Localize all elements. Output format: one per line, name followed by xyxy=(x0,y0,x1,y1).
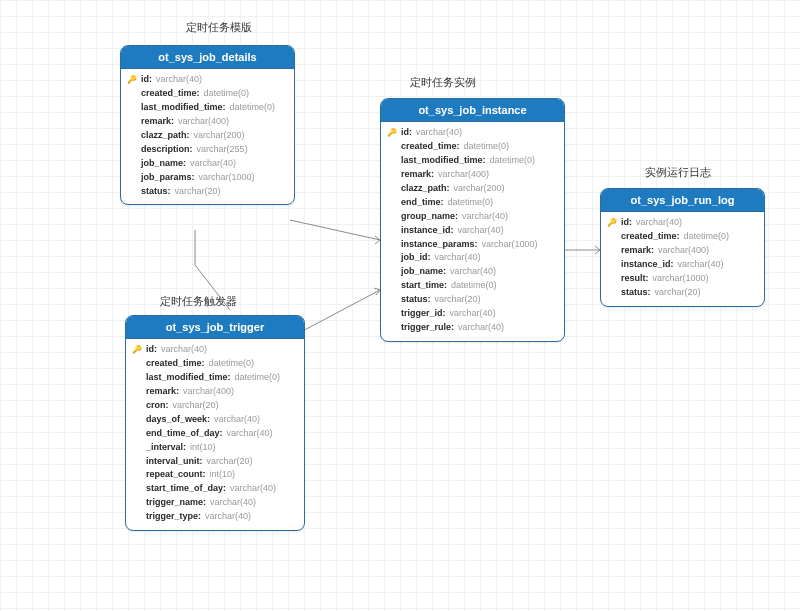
column-type: varchar(40) xyxy=(416,126,462,140)
entity-ot-sys-job-details[interactable]: ot_sys_job_details 🔑id:varchar(40)create… xyxy=(120,45,295,205)
column-type: varchar(40) xyxy=(458,321,504,335)
column-name: result: xyxy=(621,272,649,286)
column-name: id: xyxy=(146,343,157,357)
column-name: last_modified_time: xyxy=(141,101,226,115)
column-type: varchar(40) xyxy=(450,307,496,321)
column-type: varchar(40) xyxy=(458,224,504,238)
column-row: remark:varchar(400) xyxy=(387,168,558,182)
column-name: last_modified_time: xyxy=(401,154,486,168)
column-type: datetime(0) xyxy=(204,87,250,101)
column-row: instance_id:varchar(40) xyxy=(387,224,558,238)
column-type: varchar(40) xyxy=(210,496,256,510)
column-name: job_params: xyxy=(141,171,195,185)
key-icon: 🔑 xyxy=(132,344,142,356)
column-row: instance_params:varchar(1000) xyxy=(387,238,558,252)
column-name: end_time_of_day: xyxy=(146,427,223,441)
column-name: clazz_path: xyxy=(401,182,450,196)
entity-body: 🔑id:varchar(40)created_time:datetime(0)l… xyxy=(121,69,294,204)
column-row: end_time_of_day:varchar(40) xyxy=(132,427,298,441)
column-name: id: xyxy=(621,216,632,230)
column-name: job_name: xyxy=(141,157,186,171)
column-row: job_params:varchar(1000) xyxy=(127,171,288,185)
column-name: instance_id: xyxy=(621,258,674,272)
column-row: description:varchar(255) xyxy=(127,143,288,157)
column-name: remark: xyxy=(401,168,434,182)
column-name: status: xyxy=(141,185,171,199)
column-type: varchar(40) xyxy=(214,413,260,427)
column-type: varchar(200) xyxy=(194,129,245,143)
column-name: repeat_count: xyxy=(146,468,206,482)
column-type: datetime(0) xyxy=(209,357,255,371)
key-icon: 🔑 xyxy=(387,127,397,139)
entity-body: 🔑id:varchar(40)created_time:datetime(0)r… xyxy=(601,212,764,306)
column-row: remark:varchar(400) xyxy=(127,115,288,129)
column-name: remark: xyxy=(141,115,174,129)
column-row-pk: 🔑id:varchar(40) xyxy=(132,343,298,357)
column-row: status:varchar(20) xyxy=(387,293,558,307)
column-type: varchar(40) xyxy=(450,265,496,279)
column-row: trigger_rule:varchar(40) xyxy=(387,321,558,335)
column-type: datetime(0) xyxy=(451,279,497,293)
column-name: trigger_id: xyxy=(401,307,446,321)
entity-body: 🔑id:varchar(40)created_time:datetime(0)l… xyxy=(126,339,304,530)
label-trigger: 定时任务触发器 xyxy=(160,294,237,309)
column-type: datetime(0) xyxy=(448,196,494,210)
column-type: varchar(40) xyxy=(205,510,251,524)
column-name: created_time: xyxy=(146,357,205,371)
column-type: varchar(40) xyxy=(156,73,202,87)
column-name: start_time_of_day: xyxy=(146,482,226,496)
column-name: id: xyxy=(141,73,152,87)
column-row: created_time:datetime(0) xyxy=(387,140,558,154)
column-name: cron: xyxy=(146,399,169,413)
column-row: start_time:datetime(0) xyxy=(387,279,558,293)
column-type: varchar(400) xyxy=(183,385,234,399)
column-row: remark:varchar(400) xyxy=(132,385,298,399)
column-type: datetime(0) xyxy=(235,371,281,385)
column-name: job_name: xyxy=(401,265,446,279)
column-name: _interval: xyxy=(146,441,186,455)
column-type: varchar(40) xyxy=(230,482,276,496)
column-type: int(10) xyxy=(210,468,236,482)
column-name: created_time: xyxy=(141,87,200,101)
column-name: end_time: xyxy=(401,196,444,210)
column-type: varchar(1000) xyxy=(199,171,255,185)
column-name: days_of_week: xyxy=(146,413,210,427)
column-name: remark: xyxy=(621,244,654,258)
column-row: job_name:varchar(40) xyxy=(387,265,558,279)
column-row: result:varchar(1000) xyxy=(607,272,758,286)
column-type: varchar(20) xyxy=(173,399,219,413)
label-instance: 定时任务实例 xyxy=(410,75,476,90)
column-type: varchar(200) xyxy=(454,182,505,196)
column-type: varchar(255) xyxy=(197,143,248,157)
entity-ot-sys-job-run-log[interactable]: ot_sys_job_run_log 🔑id:varchar(40)create… xyxy=(600,188,765,307)
column-name: job_id: xyxy=(401,251,431,265)
column-row: status:varchar(20) xyxy=(127,185,288,199)
column-row: days_of_week:varchar(40) xyxy=(132,413,298,427)
column-type: varchar(1000) xyxy=(653,272,709,286)
entity-ot-sys-job-trigger[interactable]: ot_sys_job_trigger 🔑id:varchar(40)create… xyxy=(125,315,305,531)
column-name: status: xyxy=(401,293,431,307)
entity-header: ot_sys_job_details xyxy=(121,46,294,69)
column-type: varchar(40) xyxy=(190,157,236,171)
column-type: datetime(0) xyxy=(464,140,510,154)
column-row: created_time:datetime(0) xyxy=(607,230,758,244)
column-row: job_id:varchar(40) xyxy=(387,251,558,265)
column-row: clazz_path:varchar(200) xyxy=(387,182,558,196)
column-name: created_time: xyxy=(621,230,680,244)
column-row: job_name:varchar(40) xyxy=(127,157,288,171)
column-row: clazz_path:varchar(200) xyxy=(127,129,288,143)
column-name: clazz_path: xyxy=(141,129,190,143)
column-name: id: xyxy=(401,126,412,140)
column-row: created_time:datetime(0) xyxy=(127,87,288,101)
column-row: last_modified_time:datetime(0) xyxy=(387,154,558,168)
column-type: datetime(0) xyxy=(684,230,730,244)
column-type: varchar(40) xyxy=(636,216,682,230)
entity-header: ot_sys_job_instance xyxy=(381,99,564,122)
column-row: interval_unit:varchar(20) xyxy=(132,455,298,469)
entity-ot-sys-job-instance[interactable]: ot_sys_job_instance 🔑id:varchar(40)creat… xyxy=(380,98,565,342)
column-row: trigger_name:varchar(40) xyxy=(132,496,298,510)
column-name: trigger_type: xyxy=(146,510,201,524)
column-row: status:varchar(20) xyxy=(607,286,758,300)
column-type: varchar(20) xyxy=(435,293,481,307)
column-type: varchar(400) xyxy=(178,115,229,129)
